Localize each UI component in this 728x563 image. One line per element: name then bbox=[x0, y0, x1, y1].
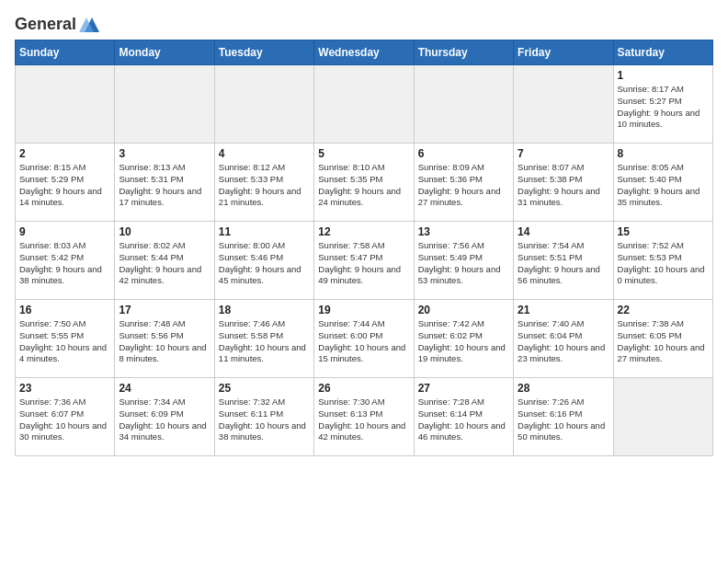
calendar-cell: 25Sunrise: 7:32 AM Sunset: 6:11 PM Dayli… bbox=[214, 378, 313, 456]
day-number: 16 bbox=[19, 304, 110, 316]
day-number: 3 bbox=[119, 147, 210, 160]
day-number: 19 bbox=[318, 304, 409, 316]
calendar-week-4: 16Sunrise: 7:50 AM Sunset: 5:55 PM Dayli… bbox=[16, 300, 713, 378]
calendar-cell: 27Sunrise: 7:28 AM Sunset: 6:14 PM Dayli… bbox=[414, 378, 513, 456]
day-number: 7 bbox=[518, 147, 609, 160]
calendar-cell: 11Sunrise: 8:00 AM Sunset: 5:46 PM Dayli… bbox=[214, 222, 313, 300]
day-number: 6 bbox=[418, 147, 509, 160]
day-number: 25 bbox=[219, 382, 310, 395]
day-info: Sunrise: 7:46 AM Sunset: 5:58 PM Dayligh… bbox=[219, 318, 310, 365]
calendar-week-3: 9Sunrise: 8:03 AM Sunset: 5:42 PM Daylig… bbox=[16, 222, 713, 300]
day-number: 28 bbox=[518, 382, 609, 395]
day-info: Sunrise: 8:09 AM Sunset: 5:36 PM Dayligh… bbox=[418, 162, 509, 209]
day-number: 4 bbox=[219, 147, 310, 160]
day-info: Sunrise: 8:10 AM Sunset: 5:35 PM Dayligh… bbox=[318, 162, 409, 209]
calendar-header-row: SundayMondayTuesdayWednesdayThursdayFrid… bbox=[16, 40, 713, 65]
calendar-cell: 6Sunrise: 8:09 AM Sunset: 5:36 PM Daylig… bbox=[414, 144, 513, 222]
calendar-cell: 26Sunrise: 7:30 AM Sunset: 6:13 PM Dayli… bbox=[314, 378, 414, 456]
day-info: Sunrise: 7:36 AM Sunset: 6:07 PM Dayligh… bbox=[19, 396, 110, 443]
calendar-cell: 8Sunrise: 8:05 AM Sunset: 5:40 PM Daylig… bbox=[613, 144, 712, 222]
calendar-cell: 17Sunrise: 7:48 AM Sunset: 5:56 PM Dayli… bbox=[115, 300, 214, 378]
calendar-cell: 3Sunrise: 8:13 AM Sunset: 5:31 PM Daylig… bbox=[115, 144, 214, 222]
day-info: Sunrise: 7:42 AM Sunset: 6:02 PM Dayligh… bbox=[418, 318, 509, 365]
day-number: 17 bbox=[119, 304, 210, 316]
calendar-cell bbox=[414, 65, 513, 144]
logo-general: General bbox=[15, 15, 76, 34]
calendar-week-2: 2Sunrise: 8:15 AM Sunset: 5:29 PM Daylig… bbox=[16, 144, 713, 222]
day-info: Sunrise: 8:13 AM Sunset: 5:31 PM Dayligh… bbox=[119, 162, 210, 209]
day-number: 22 bbox=[618, 304, 709, 316]
day-number: 12 bbox=[318, 225, 409, 238]
day-info: Sunrise: 8:07 AM Sunset: 5:38 PM Dayligh… bbox=[518, 162, 609, 209]
calendar-cell: 15Sunrise: 7:52 AM Sunset: 5:53 PM Dayli… bbox=[613, 222, 712, 300]
day-info: Sunrise: 7:50 AM Sunset: 5:55 PM Dayligh… bbox=[19, 318, 110, 365]
day-info: Sunrise: 7:56 AM Sunset: 5:49 PM Dayligh… bbox=[418, 240, 509, 287]
weekday-header-wednesday: Wednesday bbox=[314, 40, 414, 65]
day-number: 21 bbox=[518, 304, 609, 316]
weekday-header-friday: Friday bbox=[514, 40, 613, 65]
day-info: Sunrise: 7:38 AM Sunset: 6:05 PM Dayligh… bbox=[618, 318, 709, 365]
calendar-week-1: 1Sunrise: 8:17 AM Sunset: 5:27 PM Daylig… bbox=[16, 65, 713, 144]
calendar-cell: 1Sunrise: 8:17 AM Sunset: 5:27 PM Daylig… bbox=[613, 65, 712, 144]
day-info: Sunrise: 8:17 AM Sunset: 5:27 PM Dayligh… bbox=[618, 84, 709, 131]
day-info: Sunrise: 7:54 AM Sunset: 5:51 PM Dayligh… bbox=[518, 240, 609, 287]
day-number: 27 bbox=[418, 382, 509, 395]
day-info: Sunrise: 8:15 AM Sunset: 5:29 PM Dayligh… bbox=[19, 162, 110, 209]
day-info: Sunrise: 7:28 AM Sunset: 6:14 PM Dayligh… bbox=[418, 396, 509, 443]
calendar-cell: 9Sunrise: 8:03 AM Sunset: 5:42 PM Daylig… bbox=[16, 222, 115, 300]
weekday-header-sunday: Sunday bbox=[16, 40, 115, 65]
calendar-cell bbox=[514, 65, 613, 144]
calendar-cell: 20Sunrise: 7:42 AM Sunset: 6:02 PM Dayli… bbox=[414, 300, 513, 378]
day-number: 5 bbox=[318, 147, 409, 160]
calendar-cell: 14Sunrise: 7:54 AM Sunset: 5:51 PM Dayli… bbox=[514, 222, 613, 300]
calendar-cell bbox=[16, 65, 115, 144]
calendar-cell: 28Sunrise: 7:26 AM Sunset: 6:16 PM Dayli… bbox=[514, 378, 613, 456]
calendar-week-5: 23Sunrise: 7:36 AM Sunset: 6:07 PM Dayli… bbox=[16, 378, 713, 456]
day-number: 11 bbox=[219, 225, 310, 238]
day-number: 8 bbox=[618, 147, 709, 160]
logo-icon bbox=[79, 16, 99, 34]
calendar-cell bbox=[115, 65, 214, 144]
calendar-cell: 10Sunrise: 8:02 AM Sunset: 5:44 PM Dayli… bbox=[115, 222, 214, 300]
day-info: Sunrise: 8:00 AM Sunset: 5:46 PM Dayligh… bbox=[219, 240, 310, 287]
calendar-cell: 21Sunrise: 7:40 AM Sunset: 6:04 PM Dayli… bbox=[514, 300, 613, 378]
day-info: Sunrise: 7:44 AM Sunset: 6:00 PM Dayligh… bbox=[318, 318, 409, 365]
logo: General bbox=[15, 15, 99, 30]
day-number: 2 bbox=[19, 147, 110, 160]
calendar-cell: 12Sunrise: 7:58 AM Sunset: 5:47 PM Dayli… bbox=[314, 222, 414, 300]
calendar-cell bbox=[314, 65, 414, 144]
day-number: 26 bbox=[318, 382, 409, 395]
day-number: 14 bbox=[518, 225, 609, 238]
calendar-cell bbox=[214, 65, 313, 144]
calendar-cell: 13Sunrise: 7:56 AM Sunset: 5:49 PM Dayli… bbox=[414, 222, 513, 300]
weekday-header-monday: Monday bbox=[115, 40, 214, 65]
day-info: Sunrise: 7:58 AM Sunset: 5:47 PM Dayligh… bbox=[318, 240, 409, 287]
day-info: Sunrise: 7:34 AM Sunset: 6:09 PM Dayligh… bbox=[119, 396, 210, 443]
day-info: Sunrise: 7:52 AM Sunset: 5:53 PM Dayligh… bbox=[618, 240, 709, 287]
calendar-cell: 23Sunrise: 7:36 AM Sunset: 6:07 PM Dayli… bbox=[16, 378, 115, 456]
day-number: 20 bbox=[418, 304, 509, 316]
calendar-cell: 5Sunrise: 8:10 AM Sunset: 5:35 PM Daylig… bbox=[314, 144, 414, 222]
day-info: Sunrise: 8:12 AM Sunset: 5:33 PM Dayligh… bbox=[219, 162, 310, 209]
weekday-header-tuesday: Tuesday bbox=[214, 40, 313, 65]
day-info: Sunrise: 7:30 AM Sunset: 6:13 PM Dayligh… bbox=[318, 396, 409, 443]
weekday-header-thursday: Thursday bbox=[414, 40, 513, 65]
day-info: Sunrise: 7:40 AM Sunset: 6:04 PM Dayligh… bbox=[518, 318, 609, 365]
day-number: 10 bbox=[119, 225, 210, 238]
calendar-cell bbox=[613, 378, 712, 456]
day-number: 13 bbox=[418, 225, 509, 238]
day-number: 9 bbox=[19, 225, 110, 238]
weekday-header-saturday: Saturday bbox=[613, 40, 712, 65]
calendar-cell: 7Sunrise: 8:07 AM Sunset: 5:38 PM Daylig… bbox=[514, 144, 613, 222]
day-number: 23 bbox=[19, 382, 110, 395]
day-number: 15 bbox=[618, 225, 709, 238]
calendar-cell: 24Sunrise: 7:34 AM Sunset: 6:09 PM Dayli… bbox=[115, 378, 214, 456]
day-number: 1 bbox=[618, 69, 709, 82]
day-info: Sunrise: 7:26 AM Sunset: 6:16 PM Dayligh… bbox=[518, 396, 609, 443]
calendar-cell: 18Sunrise: 7:46 AM Sunset: 5:58 PM Dayli… bbox=[214, 300, 313, 378]
calendar-table: SundayMondayTuesdayWednesdayThursdayFrid… bbox=[15, 40, 713, 456]
header: General bbox=[15, 15, 713, 30]
day-info: Sunrise: 7:32 AM Sunset: 6:11 PM Dayligh… bbox=[219, 396, 310, 443]
calendar-cell: 4Sunrise: 8:12 AM Sunset: 5:33 PM Daylig… bbox=[214, 144, 313, 222]
day-info: Sunrise: 8:03 AM Sunset: 5:42 PM Dayligh… bbox=[19, 240, 110, 287]
